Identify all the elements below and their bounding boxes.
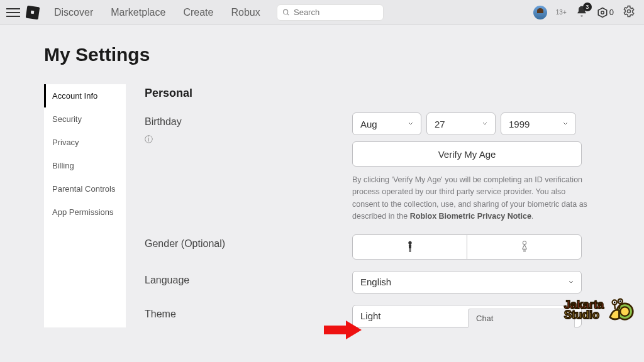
nav-robux[interactable]: Robux — [231, 7, 260, 18]
robux-icon — [597, 7, 608, 18]
age-badge: 13+ — [556, 9, 567, 16]
verify-age-button[interactable]: Verify My Age — [352, 141, 582, 167]
chat-tab[interactable]: Chat — [468, 309, 575, 327]
row-language: Language English — [145, 271, 600, 293]
birthday-year-value: 1999 — [509, 119, 530, 129]
nav-create[interactable]: Create — [183, 7, 213, 18]
notif-count-badge: 3 — [583, 3, 592, 11]
birthday-year-select[interactable]: 1999 — [501, 112, 576, 135]
svg-line-1 — [287, 13, 289, 15]
svg-line-19 — [614, 305, 615, 309]
annotation-arrow — [324, 321, 362, 342]
birthday-day-value: 27 — [435, 119, 445, 129]
language-select[interactable]: English — [352, 271, 582, 293]
top-nav: Discover Marketplace Create Robux 13+ 3 … — [0, 0, 644, 25]
language-value: English — [360, 277, 391, 287]
chevron-down-icon — [567, 277, 575, 287]
label-birthday: Birthday — [145, 116, 182, 127]
avatar[interactable] — [533, 6, 547, 19]
nav-discover[interactable]: Discover — [54, 7, 93, 18]
sidebar-item-parental-controls[interactable]: Parental Controls — [44, 177, 126, 200]
svg-point-5 — [408, 241, 411, 244]
notifications-button[interactable]: 3 — [575, 5, 588, 20]
page-title: My Settings — [44, 44, 600, 65]
birthday-month-value: Aug — [360, 119, 377, 129]
label-theme: Theme — [145, 309, 176, 319]
watermark: Jakarta Studio — [564, 297, 636, 323]
label-gender: Gender (Optional) — [145, 238, 225, 249]
sidebar-item-account-info[interactable]: Account Info — [44, 84, 126, 107]
settings-button[interactable] — [623, 5, 635, 20]
chevron-down-icon — [562, 119, 569, 129]
section-title-personal: Personal — [145, 87, 600, 100]
search-box[interactable] — [277, 4, 384, 21]
theme-value: Light — [360, 310, 381, 321]
chevron-down-icon — [407, 119, 414, 129]
label-language: Language — [145, 275, 189, 285]
svg-point-0 — [283, 9, 287, 14]
gender-male-button[interactable] — [353, 235, 467, 259]
search-input[interactable] — [294, 8, 378, 17]
search-icon — [282, 8, 290, 17]
nav-links: Discover Marketplace Create Robux — [54, 7, 260, 18]
robux-balance[interactable]: 0 — [597, 7, 614, 18]
row-gender: Gender (Optional) — [145, 234, 600, 260]
svg-point-14 — [620, 307, 630, 317]
male-icon — [405, 241, 415, 253]
svg-point-18 — [619, 300, 621, 302]
row-birthday: Birthday ⓘ Aug 27 1999 — [145, 112, 600, 223]
svg-point-3 — [601, 11, 604, 14]
sidebar-item-app-permissions[interactable]: App Permissions — [44, 200, 126, 224]
settings-main: Personal Birthday ⓘ Aug 27 — [145, 84, 600, 327]
disclaimer-post: . — [531, 212, 533, 221]
svg-marker-2 — [598, 8, 607, 17]
svg-rect-7 — [409, 248, 409, 251]
svg-point-16 — [614, 302, 616, 304]
help-icon[interactable]: ⓘ — [145, 134, 352, 145]
menu-icon[interactable] — [6, 6, 20, 19]
female-icon — [519, 241, 530, 253]
svg-point-4 — [628, 9, 631, 13]
logo-icon[interactable] — [26, 5, 40, 19]
birthday-day-select[interactable]: 27 — [426, 112, 496, 135]
gender-toggle — [352, 234, 582, 260]
gender-female-button[interactable] — [467, 235, 581, 259]
page: My Settings Account Info Security Privac… — [0, 25, 644, 327]
settings-sidebar: Account Info Security Privacy Billing Pa… — [44, 84, 126, 327]
robux-count: 0 — [609, 8, 614, 17]
biometric-privacy-link[interactable]: Roblox Biometric Privacy Notice — [410, 212, 531, 221]
svg-rect-8 — [410, 248, 411, 251]
verify-disclaimer: By clicking 'Verify My Age' you will be … — [352, 174, 591, 223]
sidebar-item-billing[interactable]: Billing — [44, 154, 126, 177]
birthday-month-select[interactable]: Aug — [352, 112, 421, 135]
nav-right: 13+ 3 0 — [533, 5, 635, 20]
watermark-line2: Studio — [564, 310, 604, 320]
gear-icon — [623, 5, 635, 18]
svg-rect-6 — [409, 244, 411, 249]
chevron-down-icon — [481, 119, 489, 129]
nav-marketplace[interactable]: Marketplace — [111, 7, 165, 18]
sidebar-item-privacy[interactable]: Privacy — [44, 131, 126, 154]
svg-marker-12 — [324, 321, 362, 339]
snail-icon — [608, 297, 636, 323]
sidebar-item-security[interactable]: Security — [44, 107, 126, 131]
